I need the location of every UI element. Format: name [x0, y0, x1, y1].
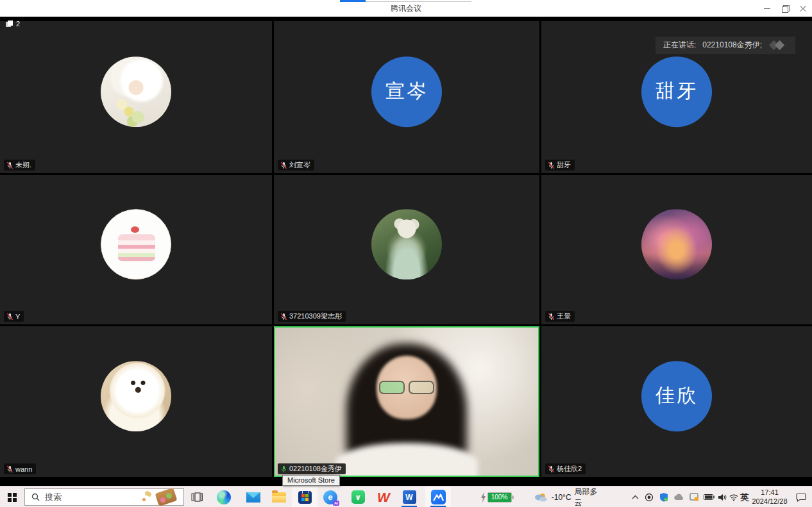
edge-icon [217, 490, 231, 504]
taskbar-app-mail[interactable] [241, 486, 266, 507]
avatar: 佳欣 [641, 361, 712, 431]
tencent-meeting-icon [431, 490, 446, 504]
tray-windows-security[interactable] [657, 486, 671, 507]
participant-name: 王景 [557, 312, 571, 321]
mic-muted-icon [548, 162, 555, 169]
windows-logo-icon [8, 493, 17, 502]
search-highlight-art-icon[interactable] [141, 489, 181, 505]
battery-status-widget[interactable]: 100% [476, 486, 516, 507]
window-titlebar: 腾讯会议 [0, 0, 812, 17]
taskbar-app-word[interactable]: W [396, 486, 422, 507]
avatar [101, 361, 171, 431]
participant-name-tag: 37210309梁志彤 [278, 311, 346, 322]
taskbar-app-file-explorer[interactable] [266, 486, 292, 507]
speaking-label: 正在讲话: [663, 40, 696, 51]
taskbar-app-tencent-meeting[interactable] [425, 486, 451, 507]
start-button[interactable] [0, 486, 24, 507]
notification-bubble-icon [796, 493, 806, 502]
avatar-initials: 甜牙 [656, 78, 698, 104]
action-center-button[interactable] [793, 486, 809, 507]
avatar: 宣岑 [371, 56, 442, 127]
video-person-glasses [379, 381, 434, 394]
live-video-feed [275, 328, 538, 476]
participant-tile[interactable]: 37210309梁志彤 [274, 175, 539, 324]
participant-name: 02210108金秀伊 [289, 464, 342, 474]
participant-tile[interactable]: Y [0, 175, 272, 324]
task-view-icon [191, 492, 203, 502]
mail-icon [246, 492, 260, 503]
tray-onedrive[interactable] [672, 486, 686, 507]
avatar [641, 209, 712, 279]
search-input[interactable] [45, 492, 136, 502]
avatar [371, 209, 442, 279]
task-view-button[interactable] [186, 486, 208, 507]
window-title: 腾讯会议 [0, 0, 812, 17]
participant-name: Y [15, 313, 20, 320]
weather-widget[interactable]: -10°C 局部多云 [534, 486, 605, 507]
participant-tile[interactable]: wann [0, 326, 272, 477]
participant-name: 甜牙 [557, 160, 571, 170]
screens-icon [5, 20, 13, 28]
taskbar-app-microsoft-store[interactable] [292, 486, 317, 507]
participant-name-tag: 王景 [545, 311, 575, 322]
taskbar-app-quark-browser[interactable]: eAI [317, 486, 343, 507]
mic-on-icon [280, 465, 287, 473]
participant-tile[interactable]: 宣岑 刘宣岑 [274, 21, 539, 173]
participant-tile[interactable]: 未朔. [0, 21, 272, 173]
restore-button[interactable] [781, 4, 789, 12]
file-explorer-icon [272, 492, 286, 503]
battery-percent: 100% [487, 492, 512, 503]
page-count: 2 [16, 20, 20, 28]
quark-browser-icon: eAI [323, 490, 337, 504]
avatar [101, 56, 171, 127]
avatar: 甜牙 [641, 56, 712, 127]
participant-name-tag: wann [4, 463, 36, 474]
taskbar-app-edge[interactable] [211, 486, 237, 507]
participant-tile[interactable]: 佳欣 杨佳欣2 [541, 326, 812, 477]
speaker-icon [718, 494, 727, 501]
security-shield-icon [659, 492, 668, 502]
tray-record-icon[interactable] [643, 486, 656, 507]
minimize-button[interactable] [763, 4, 771, 12]
word-icon: W [403, 490, 416, 504]
meeting-grid: 2 正在讲话: 02210108金秀伊; 未朔. 宣岑 刘宣岑 甜牙 [0, 17, 812, 486]
participant-tile-speaking[interactable]: 02210108金秀伊 [274, 326, 539, 477]
mic-muted-icon [280, 313, 287, 320]
microsoft-store-icon [298, 491, 312, 504]
participant-name-tag: Y [4, 311, 24, 322]
desktop-screen: 腾讯会议 2 正在讲话: 02210108金秀伊; 未朔. [0, 0, 812, 507]
taskbar-search[interactable] [24, 488, 184, 506]
tray-volume[interactable] [716, 486, 729, 507]
participant-name-tag: 杨佳欣2 [545, 463, 586, 474]
participant-name-tag: 甜牙 [545, 160, 575, 170]
wifi-signal-icon [729, 494, 738, 501]
mic-muted-icon [548, 465, 555, 473]
avatar-initials: 宣岑 [385, 78, 428, 104]
taskbar-app-green-v[interactable]: ∨ [345, 486, 371, 507]
taskbar-tooltip: Microsoft Store [282, 475, 340, 486]
participant-tile[interactable]: 王景 [541, 175, 812, 324]
tray-battery[interactable] [702, 486, 716, 507]
clock-time: 17:41 [761, 488, 779, 497]
page-indicator[interactable]: 2 [5, 20, 20, 28]
battery-icon [704, 494, 715, 500]
taskbar-app-wps-office[interactable]: W [371, 486, 396, 507]
close-button[interactable] [799, 4, 807, 12]
participant-name: 37210309梁志彤 [289, 312, 342, 321]
weather-condition: 局部多云 [575, 486, 605, 507]
tencent-meeting-logo-icon [768, 40, 788, 51]
clock-date: 2024/12/28 [752, 497, 787, 506]
cloud-icon [673, 494, 684, 501]
taskbar: eAI ∨ W W 100% -10°C 局部多云 [0, 486, 812, 507]
tray-screenshot-tool[interactable] [687, 486, 701, 507]
window-controls [763, 0, 807, 17]
mic-muted-icon [6, 313, 13, 320]
taskbar-clock[interactable]: 17:41 2024/12/28 [749, 486, 790, 507]
participant-name: 杨佳欣2 [557, 464, 582, 474]
mic-muted-icon [6, 162, 13, 169]
mic-muted-icon [6, 465, 13, 473]
avatar [101, 209, 171, 279]
tray-show-hidden-icons[interactable] [629, 486, 641, 507]
image-icon [689, 493, 699, 501]
chevron-up-icon [632, 495, 639, 499]
